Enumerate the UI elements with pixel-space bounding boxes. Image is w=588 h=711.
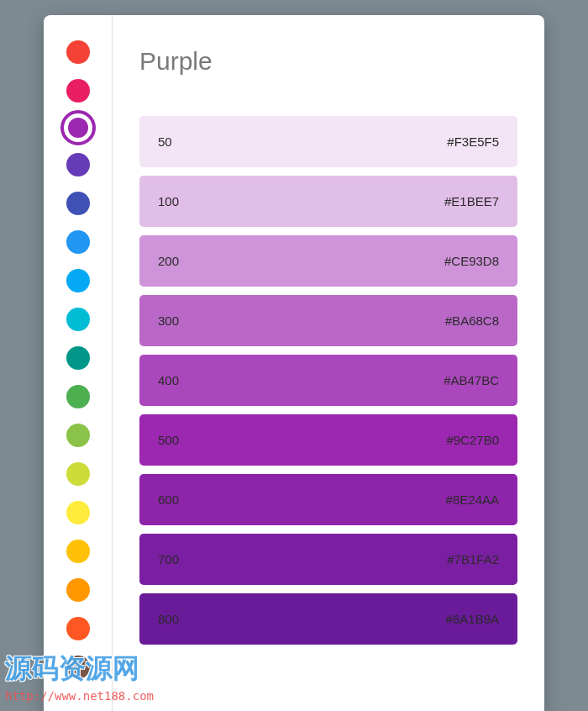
shade-level: 800 xyxy=(158,612,179,626)
shade-list: 50#F3E5F5100#E1BEE7200#CE93D8300#BA68C84… xyxy=(139,116,517,645)
swatch-dot[interactable] xyxy=(66,230,90,254)
swatch-dot[interactable] xyxy=(66,192,90,215)
shade-hex: #F3E5F5 xyxy=(447,134,499,149)
page-title: Purple xyxy=(139,47,517,76)
shade-level: 300 xyxy=(158,313,179,328)
swatch-dot[interactable] xyxy=(66,617,90,640)
shade-row[interactable]: 300#BA68C8 xyxy=(139,295,517,346)
shade-level: 600 xyxy=(158,492,179,507)
swatch-dot[interactable] xyxy=(66,656,90,679)
shade-hex: #8E24AA xyxy=(446,492,499,507)
swatch-dot[interactable] xyxy=(66,40,90,64)
swatch-dot[interactable] xyxy=(66,540,90,563)
swatch-dot[interactable] xyxy=(66,346,90,370)
shade-row[interactable]: 50#F3E5F5 xyxy=(139,116,517,167)
shade-level: 700 xyxy=(158,552,179,566)
shade-row[interactable]: 500#9C27B0 xyxy=(139,414,517,466)
swatch-dot[interactable] xyxy=(66,153,90,176)
shade-row[interactable]: 400#AB47BC xyxy=(139,355,517,406)
content-area: Purple 50#F3E5F5100#E1BEE7200#CE93D8300#… xyxy=(113,15,544,711)
swatch-dot[interactable] xyxy=(68,118,88,138)
shade-level: 400 xyxy=(158,373,179,387)
swatch-dot[interactable] xyxy=(66,79,90,103)
color-sidebar xyxy=(44,15,113,711)
shade-hex: #BA68C8 xyxy=(445,313,499,328)
shade-level: 100 xyxy=(158,194,179,208)
shade-hex: #7B1FA2 xyxy=(447,552,499,566)
shade-hex: #6A1B9A xyxy=(446,612,499,626)
shade-level: 500 xyxy=(158,433,179,447)
shade-level: 50 xyxy=(158,134,172,149)
shade-row[interactable]: 600#8E24AA xyxy=(139,474,517,525)
shade-level: 200 xyxy=(158,254,179,268)
swatch-dot[interactable] xyxy=(66,578,90,602)
palette-card: Purple 50#F3E5F5100#E1BEE7200#CE93D8300#… xyxy=(44,15,544,711)
shade-hex: #AB47BC xyxy=(444,373,499,387)
shade-row[interactable]: 100#E1BEE7 xyxy=(139,176,517,227)
shade-row[interactable]: 800#6A1B9A xyxy=(139,593,517,645)
shade-row[interactable]: 200#CE93D8 xyxy=(139,235,517,287)
shade-hex: #9C27B0 xyxy=(446,433,499,447)
swatch-dot[interactable] xyxy=(66,385,90,408)
swatch-dot[interactable] xyxy=(66,308,90,331)
swatch-dot[interactable] xyxy=(66,269,90,292)
shade-hex: #CE93D8 xyxy=(444,254,499,268)
swatch-dot[interactable] xyxy=(66,424,90,447)
shade-hex: #E1BEE7 xyxy=(444,194,499,208)
shade-row[interactable]: 700#7B1FA2 xyxy=(139,534,517,585)
swatch-dot[interactable] xyxy=(66,462,90,486)
swatch-dot[interactable] xyxy=(66,501,90,524)
